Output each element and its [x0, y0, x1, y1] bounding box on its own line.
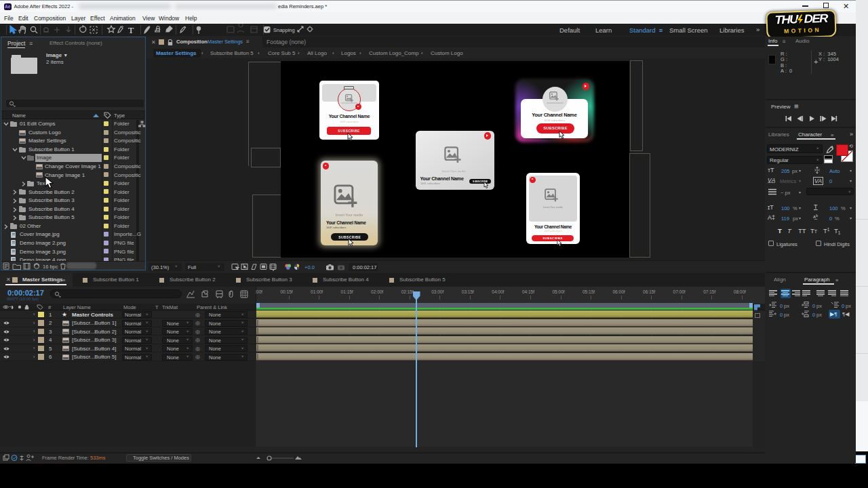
- svg-text:Snapping: Snapping: [273, 27, 295, 33]
- svg-text:16 bpc: 16 bpc: [43, 264, 58, 270]
